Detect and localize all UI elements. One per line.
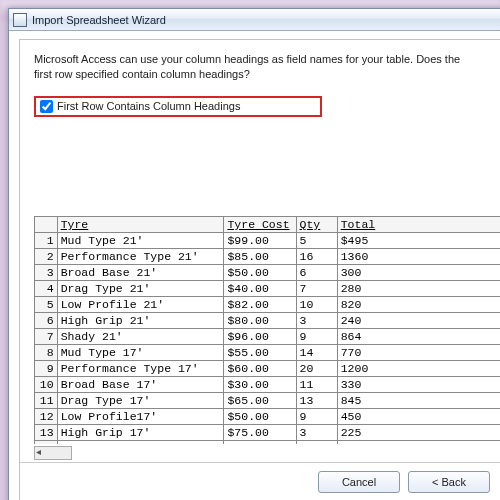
table-row[interactable]: 1Mud Type 21'$99.005$495	[35, 233, 501, 249]
row-number-header	[35, 217, 58, 233]
button-bar: Cancel < Back	[20, 462, 500, 500]
col-header-qty[interactable]: Qty	[296, 217, 337, 233]
cell: 5	[296, 233, 337, 249]
table-row[interactable]: 9Performance Type 17'$60.00201200	[35, 361, 501, 377]
cell: 9	[296, 329, 337, 345]
cell: $50.00	[224, 265, 296, 281]
cell: Shady 21'	[57, 329, 224, 345]
cell: Broad Base 21'	[57, 265, 224, 281]
cell: 845	[337, 393, 500, 409]
cell: $55.00	[224, 345, 296, 361]
cell: 3	[296, 425, 337, 441]
table-row[interactable]: 8Mud Type 17'$55.0014770	[35, 345, 501, 361]
cell: 770	[337, 345, 500, 361]
row-number: 2	[35, 249, 58, 265]
row-number: 9	[35, 361, 58, 377]
cell: $75.00	[224, 425, 296, 441]
row-number: 5	[35, 297, 58, 313]
cell: $90.00	[224, 441, 296, 445]
preview-table-area[interactable]: Tyre Tyre Cost Qty Total 1Mud Type 21'$9…	[34, 216, 500, 444]
table-row[interactable]: 2Performance Type 21'$85.00161360	[35, 249, 501, 265]
cell: 450	[337, 409, 500, 425]
cell: $99.00	[224, 233, 296, 249]
cell: $495	[337, 233, 500, 249]
row-number: 4	[35, 281, 58, 297]
row-number: 8	[35, 345, 58, 361]
cell: $50.00	[224, 409, 296, 425]
cell: High Grip 17'	[57, 425, 224, 441]
cell: $80.00	[224, 313, 296, 329]
table-row[interactable]: 6High Grip 21'$80.003240	[35, 313, 501, 329]
window-title: Import Spreadsheet Wizard	[32, 14, 166, 26]
row-number: 1	[35, 233, 58, 249]
cell: 16	[296, 249, 337, 265]
row-number: 7	[35, 329, 58, 345]
first-row-headings-checkbox[interactable]	[40, 100, 53, 113]
col-header-tyre[interactable]: Tyre	[57, 217, 224, 233]
cell: $96.00	[224, 329, 296, 345]
cell: 280	[337, 281, 500, 297]
row-number: 3	[35, 265, 58, 281]
row-number: 14	[35, 441, 58, 445]
wizard-content: Microsoft Access can use your column hea…	[19, 39, 500, 500]
table-row[interactable]: 5Low Profile 21'$82.0010820	[35, 297, 501, 313]
titlebar[interactable]: Import Spreadsheet Wizard	[9, 9, 500, 31]
cell: 11	[296, 377, 337, 393]
cell: 6	[296, 265, 337, 281]
table-row[interactable]: 11Drag Type 17'$65.0013845	[35, 393, 501, 409]
cell: 864	[337, 329, 500, 345]
table-row[interactable]: 3Broad Base 21'$50.006300	[35, 265, 501, 281]
table-row[interactable]: 12Low Profile17'$50.009450	[35, 409, 501, 425]
cell: 900	[337, 441, 500, 445]
row-number: 11	[35, 393, 58, 409]
table-row[interactable]: 7Shady 21'$96.009864	[35, 329, 501, 345]
cancel-button[interactable]: Cancel	[318, 471, 400, 493]
cell: $85.00	[224, 249, 296, 265]
row-number: 6	[35, 313, 58, 329]
table-row[interactable]: 14Shady 17'$90.0010900	[35, 441, 501, 445]
app-icon	[13, 13, 27, 27]
cell: 225	[337, 425, 500, 441]
cell: 240	[337, 313, 500, 329]
cell: 14	[296, 345, 337, 361]
cell: 7	[296, 281, 337, 297]
table-row[interactable]: 10Broad Base 17'$30.0011330	[35, 377, 501, 393]
cell: Mud Type 21'	[57, 233, 224, 249]
cell: 3	[296, 313, 337, 329]
col-header-total[interactable]: Total	[337, 217, 500, 233]
cell: Low Profile17'	[57, 409, 224, 425]
cell: 330	[337, 377, 500, 393]
table-header-row: Tyre Tyre Cost Qty Total	[35, 217, 501, 233]
cell: Low Profile 21'	[57, 297, 224, 313]
table-row[interactable]: 4Drag Type 21'$40.007280	[35, 281, 501, 297]
cell: 13	[296, 393, 337, 409]
cell: Drag Type 17'	[57, 393, 224, 409]
cell: Mud Type 17'	[57, 345, 224, 361]
cell: Performance Type 17'	[57, 361, 224, 377]
col-header-tyre-cost[interactable]: Tyre Cost	[224, 217, 296, 233]
cell: Performance Type 21'	[57, 249, 224, 265]
cell: $40.00	[224, 281, 296, 297]
row-number: 13	[35, 425, 58, 441]
horizontal-scrollbar[interactable]	[34, 446, 72, 460]
cell: 9	[296, 409, 337, 425]
cell: 820	[337, 297, 500, 313]
cell: $82.00	[224, 297, 296, 313]
cell: 1200	[337, 361, 500, 377]
cell: Shady 17'	[57, 441, 224, 445]
table-row[interactable]: 13High Grip 17'$75.003225	[35, 425, 501, 441]
instruction-text: Microsoft Access can use your column hea…	[34, 52, 474, 82]
cell: 10	[296, 441, 337, 445]
wizard-dialog: Import Spreadsheet Wizard Microsoft Acce…	[8, 8, 500, 500]
cell: 10	[296, 297, 337, 313]
cell: 300	[337, 265, 500, 281]
first-row-headings-option[interactable]: First Row Contains Column Headings	[34, 96, 322, 117]
back-button[interactable]: < Back	[408, 471, 490, 493]
cell: 20	[296, 361, 337, 377]
cell: Broad Base 17'	[57, 377, 224, 393]
row-number: 10	[35, 377, 58, 393]
cell: High Grip 21'	[57, 313, 224, 329]
first-row-headings-label: First Row Contains Column Headings	[57, 100, 240, 112]
cell: $60.00	[224, 361, 296, 377]
cell: $30.00	[224, 377, 296, 393]
